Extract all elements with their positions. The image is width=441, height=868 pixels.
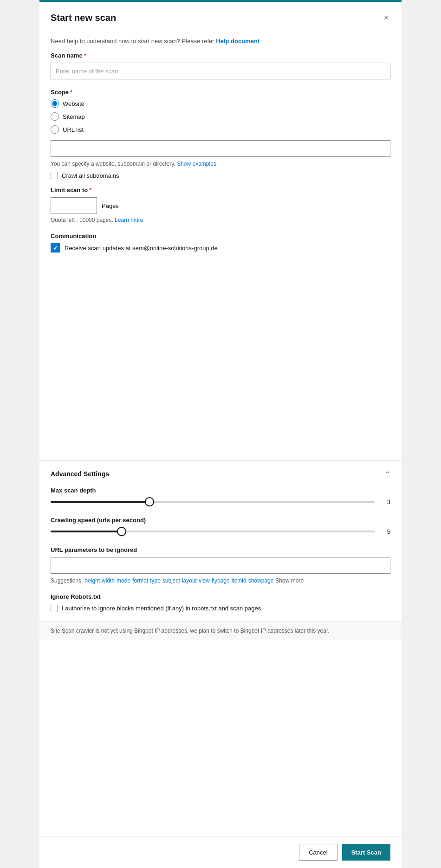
robots-txt-section: Ignore Robots.txt I authorise to ignore …: [51, 593, 390, 612]
suggestion-width[interactable]: width: [102, 577, 115, 584]
url-input-row: https://www.marcelremusrealestate.com/: [51, 140, 390, 157]
advanced-settings-toggle[interactable]: Advanced Settings ⌃: [51, 461, 390, 487]
crawl-subdomains-checkbox[interactable]: [51, 172, 58, 179]
panel-title: Start new scan: [51, 13, 116, 23]
communication-checkbox[interactable]: ✓: [51, 243, 60, 253]
info-bar: Site Scan crawler is not yet using Bingb…: [39, 622, 402, 640]
limit-scan-label: Limit scan to *: [51, 187, 390, 194]
help-document-link[interactable]: Help document: [216, 38, 259, 45]
scope-label: Scope *: [51, 89, 390, 96]
max-scan-depth-value: 3: [381, 499, 390, 505]
suggestions-label: Suggestions:: [51, 577, 83, 584]
limit-scan-section: Limit scan to * Pages Quota left : 10000…: [51, 187, 390, 223]
panel-header: Start new scan ×: [39, 2, 402, 32]
limit-row: Pages: [51, 197, 390, 214]
suggestion-view[interactable]: view: [199, 577, 210, 584]
learn-more-link[interactable]: Learn more: [115, 217, 143, 223]
suggestion-height[interactable]: height: [84, 577, 100, 584]
suggestion-subject[interactable]: subject: [162, 577, 180, 584]
show-more-label: Show more: [275, 577, 304, 584]
checkmark-icon: ✓: [53, 245, 58, 252]
communication-section: Communication ✓ Receive scan updates at …: [51, 233, 390, 253]
scope-option-urllist[interactable]: URL list: [51, 125, 390, 134]
scan-name-section: Scan name *: [51, 52, 390, 79]
crawling-speed-row: 5: [51, 528, 390, 535]
scope-option-sitemap[interactable]: Sitemap: [51, 112, 390, 121]
panel-body: Scan name * Scope * Website Sitemap: [39, 52, 402, 460]
suggestion-itemid[interactable]: itemid: [232, 577, 246, 584]
advanced-settings-title: Advanced Settings: [51, 470, 109, 478]
url-hint-text: You can specify a website, subdomain or …: [51, 161, 390, 167]
crawling-speed-value: 5: [381, 528, 390, 535]
max-scan-depth-slider[interactable]: [51, 501, 375, 503]
scope-section: Scope * Website Sitemap URL list https: [51, 89, 390, 179]
url-input[interactable]: https://www.marcelremusrealestate.com/: [51, 140, 390, 157]
scope-radio-group: Website Sitemap URL list: [51, 99, 390, 134]
required-marker: *: [84, 52, 86, 59]
suggestion-type[interactable]: type: [150, 577, 161, 584]
start-new-scan-panel: Start new scan × Need help to understand…: [39, 0, 402, 868]
close-button[interactable]: ×: [382, 11, 390, 25]
cancel-button[interactable]: Cancel: [299, 844, 337, 861]
suggestion-showpage[interactable]: showpage: [248, 577, 274, 584]
suggestions-row: Suggestions: height width mode format ty…: [51, 577, 390, 584]
robots-txt-checkbox[interactable]: [51, 605, 58, 612]
url-params-input[interactable]: [51, 557, 390, 574]
crawling-speed-label: Crawling speed (urls per second): [51, 517, 390, 524]
robots-txt-checkbox-label[interactable]: I authorise to ignore blocks mentioned (…: [51, 605, 390, 612]
max-scan-depth-row: 3: [51, 499, 390, 505]
pages-label: Pages: [102, 202, 119, 209]
footer: Cancel Start Scan: [39, 836, 402, 868]
suggestion-format[interactable]: format: [132, 577, 148, 584]
suggestion-flypage[interactable]: flypage: [212, 577, 230, 584]
robots-txt-title: Ignore Robots.txt: [51, 593, 390, 600]
suggestion-layout[interactable]: layout: [182, 577, 197, 584]
required-marker-limit: *: [89, 187, 91, 194]
help-text-area: Need help to understand how to start new…: [39, 32, 402, 52]
max-scan-depth-label: Max scan depth: [51, 487, 390, 494]
spacer: [39, 640, 402, 836]
crawling-speed-section: Crawling speed (urls per second) 5: [51, 517, 390, 535]
url-params-label: URL parameters to be ignored: [51, 546, 390, 553]
max-scan-depth-section: Max scan depth 3: [51, 487, 390, 505]
url-params-section: URL parameters to be ignored Suggestions…: [51, 546, 390, 584]
communication-label: Communication: [51, 233, 390, 240]
scope-option-website[interactable]: Website: [51, 99, 390, 108]
chevron-up-icon: ⌃: [385, 470, 390, 478]
scan-name-input[interactable]: [51, 63, 390, 79]
radio-sitemap[interactable]: [51, 112, 59, 121]
limit-pages-input[interactable]: [51, 197, 97, 214]
show-examples-link[interactable]: Show examples: [177, 161, 216, 167]
required-marker-scope: *: [70, 89, 72, 96]
suggestion-mode[interactable]: mode: [117, 577, 130, 584]
crawl-subdomains-checkbox-label[interactable]: Crawl all subdomains: [51, 172, 390, 179]
radio-urllist[interactable]: [51, 125, 59, 134]
radio-website[interactable]: [51, 99, 59, 108]
communication-checkbox-label[interactable]: ✓ Receive scan updates at sem@online-sol…: [51, 243, 390, 253]
start-scan-button[interactable]: Start Scan: [342, 844, 390, 861]
advanced-settings-section: Advanced Settings ⌃ Max scan depth 3 Cra…: [39, 460, 402, 622]
scan-name-label: Scan name *: [51, 52, 390, 59]
crawling-speed-slider[interactable]: [51, 531, 375, 532]
quota-text: Quota left : 10000 pages. Learn more: [51, 217, 390, 223]
help-text: Need help to understand how to start new…: [51, 38, 216, 45]
